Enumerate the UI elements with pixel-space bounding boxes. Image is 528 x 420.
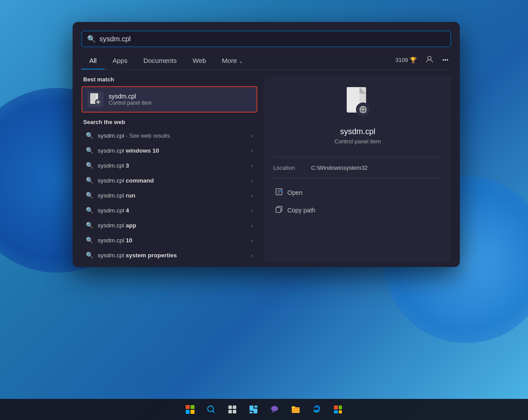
svg-rect-29 <box>233 410 236 413</box>
filter-tabs: All Apps Documents Web More ⌄ 3109 🏆 <box>81 54 451 70</box>
svg-rect-27 <box>233 405 236 409</box>
web-item-text-4: sysdm.cpl run <box>98 192 136 199</box>
right-panel: sysdm.cpl Control panel item Location C:… <box>264 76 451 263</box>
web-search-icon-4: 🔍 <box>86 192 93 199</box>
svg-point-34 <box>271 406 278 411</box>
tab-apps[interactable]: Apps <box>105 54 136 69</box>
web-item-text-0: sysdm.cpl - See web results <box>98 132 170 139</box>
web-item-7[interactable]: 🔍 sysdm.cpl 10 › <box>81 233 257 248</box>
web-item-8[interactable]: 🔍 sysdm.cpl system properties › <box>81 248 257 263</box>
web-item-arrow-8: › <box>251 252 253 259</box>
open-label: Open <box>287 189 302 196</box>
best-match-item[interactable]: sysdm.cpl Control panel item <box>81 86 257 113</box>
taskbar-search-icon <box>206 405 216 414</box>
web-item-arrow-2: › <box>251 162 253 169</box>
taskbar-taskview-button[interactable] <box>223 400 242 419</box>
web-item-arrow-3: › <box>251 177 253 184</box>
svg-rect-33 <box>253 409 257 413</box>
web-item-arrow-6: › <box>251 222 253 229</box>
web-item-text-5: sysdm.cpl 4 <box>98 207 129 214</box>
web-item-arrow-1: › <box>251 147 253 154</box>
svg-rect-30 <box>249 405 253 411</box>
taskbar-taskview-icon <box>227 405 237 414</box>
right-panel-subtitle: Control panel item <box>334 138 381 145</box>
web-item-1[interactable]: 🔍 sysdm.cpl windows 10 › <box>81 143 257 158</box>
svg-rect-5 <box>98 100 99 101</box>
svg-rect-2 <box>90 93 96 103</box>
best-match-icon <box>88 91 103 107</box>
svg-rect-37 <box>334 405 338 409</box>
tab-documents[interactable]: Documents <box>136 54 185 69</box>
person-button[interactable] <box>423 55 436 66</box>
svg-point-0 <box>428 56 431 60</box>
taskbar-edge-button[interactable] <box>307 400 326 419</box>
taskbar-explorer-button[interactable] <box>286 400 305 419</box>
svg-rect-38 <box>339 405 342 409</box>
windows-logo-icon <box>186 405 194 414</box>
svg-point-14 <box>362 108 364 111</box>
badge-count: 3109 <box>395 57 408 63</box>
svg-rect-40 <box>339 410 342 413</box>
web-item-text-6: sysdm.cpl app <box>98 222 136 229</box>
svg-rect-26 <box>228 405 232 409</box>
svg-rect-6 <box>98 103 99 104</box>
web-item-text-3: sysdm.cpl command <box>98 177 154 184</box>
copy-icon <box>275 205 283 215</box>
web-search-icon-8: 🔍 <box>86 252 93 259</box>
web-search-icon-5: 🔍 <box>86 207 93 214</box>
tab-all[interactable]: All <box>81 54 105 69</box>
search-input-container: 🔍 <box>81 31 451 47</box>
taskbar-widgets-icon <box>249 405 258 414</box>
svg-rect-7 <box>96 102 97 102</box>
svg-rect-18 <box>364 109 367 110</box>
search-window: 🔍 All Apps Documents Web More ⌄ 3109 🏆 <box>73 22 460 267</box>
web-search-label: Search the web <box>81 119 257 125</box>
svg-rect-24 <box>276 208 281 212</box>
svg-rect-15 <box>363 106 364 108</box>
web-search-icon-3: 🔍 <box>86 177 93 184</box>
taskbar-store-button[interactable] <box>328 400 348 419</box>
main-content: Best match sysdm.cpl <box>81 76 451 263</box>
web-search-icon-1: 🔍 <box>86 147 93 154</box>
web-item-text-8: sysdm.cpl system properties <box>98 252 177 259</box>
open-icon <box>275 188 283 197</box>
web-item-4[interactable]: 🔍 sysdm.cpl run › <box>81 188 257 203</box>
svg-rect-8 <box>99 102 100 102</box>
copy-path-action[interactable]: Copy path <box>273 201 442 219</box>
web-search-icon-6: 🔍 <box>86 222 93 229</box>
tab-web[interactable]: Web <box>185 54 214 69</box>
taskbar-edge-icon <box>312 405 322 414</box>
search-magnifier-icon: 🔍 <box>87 35 96 43</box>
web-item-arrow-4: › <box>251 192 253 199</box>
svg-rect-16 <box>363 111 364 113</box>
right-panel-cpl-icon <box>340 85 375 120</box>
more-options-button[interactable]: ••• <box>440 56 451 64</box>
taskbar-chat-icon <box>270 405 279 414</box>
taskbar-widgets-button[interactable] <box>244 400 263 419</box>
web-item-text-1: sysdm.cpl windows 10 <box>98 147 159 154</box>
web-item-6[interactable]: 🔍 sysdm.cpl app › <box>81 218 257 233</box>
more-options-icon: ••• <box>442 57 448 63</box>
taskbar-search-button[interactable] <box>202 400 221 419</box>
web-item-0[interactable]: 🔍 sysdm.cpl - See web results › <box>81 128 257 143</box>
open-action[interactable]: Open <box>273 184 442 201</box>
svg-rect-36 <box>292 406 295 408</box>
copy-path-label: Copy path <box>287 207 315 214</box>
web-item-3[interactable]: 🔍 sysdm.cpl command › <box>81 173 257 188</box>
top-right-controls: 3109 🏆 ••• <box>392 55 451 69</box>
svg-rect-32 <box>249 412 253 413</box>
best-match-title: sysdm.cpl <box>109 93 151 100</box>
web-item-arrow-0: › <box>251 132 253 139</box>
location-value: C:\Windows\system32 <box>311 164 368 171</box>
right-panel-title: sysdm.cpl <box>340 127 375 136</box>
taskbar-chat-button[interactable] <box>265 400 284 419</box>
best-match-label: Best match <box>81 76 257 83</box>
search-input[interactable] <box>99 35 445 43</box>
svg-rect-28 <box>228 410 232 413</box>
taskbar-start-button[interactable] <box>180 400 200 419</box>
web-item-2[interactable]: 🔍 sysdm.cpl 3 › <box>81 158 257 173</box>
trophy-icon: 🏆 <box>410 57 417 63</box>
tab-more[interactable]: More ⌄ <box>214 54 250 69</box>
web-item-5[interactable]: 🔍 sysdm.cpl 4 › <box>81 203 257 218</box>
divider-2 <box>273 178 442 179</box>
